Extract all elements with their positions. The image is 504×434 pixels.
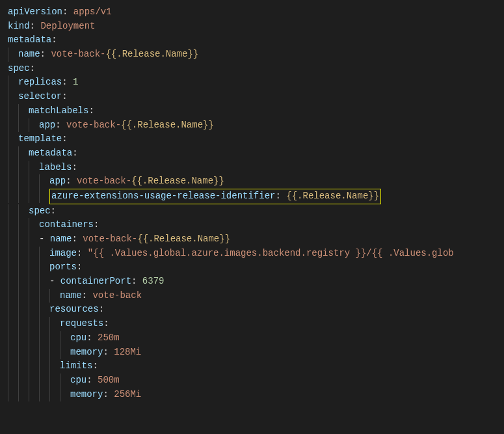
yaml-key: name <box>50 234 72 244</box>
yaml-key: memory <box>70 389 103 400</box>
yaml-key: limits <box>60 360 92 371</box>
yaml-key: cpu <box>70 375 86 385</box>
code-line: template: <box>8 132 496 146</box>
yaml-key: cpu <box>70 332 86 343</box>
yaml-value: 250m <box>98 332 120 343</box>
code-editor[interactable]: apiVersion: apps/v1 kind: Deployment met… <box>8 5 496 401</box>
code-line: app: vote-back-{{.Release.Name}} <box>8 118 496 133</box>
yaml-key: app <box>49 176 66 186</box>
code-line: spec: <box>8 62 496 76</box>
yaml-key: template <box>18 133 62 144</box>
yaml-key: containerPort <box>60 276 131 286</box>
yaml-key: azure-extensions-usage-release-identifie… <box>51 191 275 201</box>
code-line: apiVersion: apps/v1 <box>8 5 496 20</box>
code-line: memory: 128Mi <box>8 346 496 360</box>
yaml-key: labels <box>39 162 72 172</box>
code-line: spec: <box>8 204 496 219</box>
yaml-value: 128Mi <box>114 347 141 357</box>
yaml-key: matchLabels <box>29 105 88 116</box>
code-line: metadata: <box>8 33 496 47</box>
code-line: image: "{{ .Values.global.azure.images.b… <box>8 247 496 261</box>
yaml-key: spec <box>8 63 30 74</box>
yaml-key: ports <box>49 262 77 272</box>
yaml-value: 1 <box>73 77 78 87</box>
code-line: cpu: 500m <box>8 373 496 388</box>
yaml-key: kind <box>8 21 30 31</box>
code-line: name: vote-back <box>8 289 496 303</box>
yaml-key: resources <box>49 304 99 314</box>
code-line: labels: <box>8 161 496 175</box>
yaml-value: 500m <box>98 375 120 385</box>
code-line: containers: <box>8 218 496 232</box>
yaml-value: "{{ .Values.global.azure.images.backend.… <box>88 248 454 258</box>
code-line: - name: vote-back-{{.Release.Name}} <box>8 232 496 247</box>
yaml-value: vote-back <box>92 290 142 301</box>
code-line: name: vote-back-{{.Release.Name}} <box>8 47 496 62</box>
code-line: - containerPort: 6379 <box>8 275 496 289</box>
code-line: kind: Deployment <box>8 20 496 34</box>
yaml-key: metadata <box>8 34 51 45</box>
yaml-key: name <box>60 290 82 301</box>
yaml-value: vote-back- <box>83 234 137 244</box>
template-expr: {{.Release.Name}} <box>121 120 214 130</box>
yaml-key: app <box>39 120 55 130</box>
yaml-key: selector <box>18 91 62 102</box>
template-expr: {{.Release.Name}} <box>286 191 379 201</box>
template-expr: {{.Release.Name}} <box>137 234 230 244</box>
template-expr: {{.Release.Name}} <box>105 49 198 59</box>
highlight-box: azure-extensions-usage-release-identifie… <box>49 189 381 204</box>
code-line: requests: <box>8 317 496 331</box>
code-line: selector: <box>8 90 496 104</box>
yaml-key: name <box>18 49 40 59</box>
code-line: ports: <box>8 260 496 275</box>
code-line: replicas: 1 <box>8 75 496 90</box>
yaml-key: image <box>49 248 77 258</box>
code-line: memory: 256Mi <box>8 388 496 402</box>
yaml-key: replicas <box>18 77 62 87</box>
code-line: app: vote-back-{{.Release.Name}} <box>8 174 496 189</box>
yaml-key: spec <box>29 206 51 216</box>
code-line: cpu: 250m <box>8 331 496 346</box>
yaml-value: Deployment <box>40 21 95 31</box>
yaml-value: vote-back- <box>51 49 105 59</box>
yaml-value: vote-back- <box>77 176 131 186</box>
yaml-value: vote-back- <box>66 120 121 130</box>
yaml-key: containers <box>39 219 94 230</box>
yaml-key: apiVersion <box>8 7 62 17</box>
code-line: limits: <box>8 359 496 373</box>
code-line: matchLabels: <box>8 104 496 118</box>
template-expr: {{.Release.Name}} <box>131 176 224 186</box>
code-line-highlighted: azure-extensions-usage-release-identifie… <box>8 189 496 204</box>
yaml-value: apps/v1 <box>73 7 112 17</box>
yaml-key: requests <box>60 318 103 329</box>
yaml-value: 256Mi <box>114 389 141 400</box>
yaml-value: 6379 <box>142 276 165 286</box>
code-line: resources: <box>8 303 496 317</box>
yaml-key: metadata <box>29 148 72 158</box>
code-line: metadata: <box>8 146 496 161</box>
yaml-key: memory <box>70 347 103 357</box>
